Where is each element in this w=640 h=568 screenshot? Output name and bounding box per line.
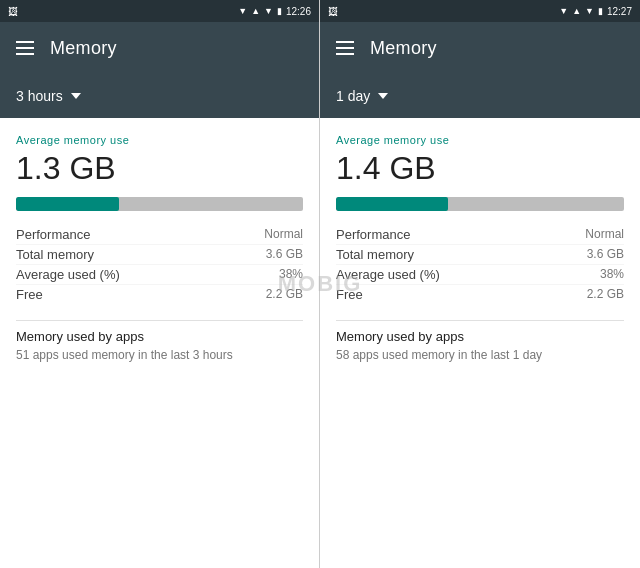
status-right-icons-right: ▼ ▲ ▼ ▮ 12:27: [559, 6, 632, 17]
avg-value-right: 1.4 GB: [336, 150, 624, 187]
filter-bar-right: 1 day: [320, 74, 640, 118]
time-filter-label-left: 3 hours: [16, 88, 63, 104]
hamburger-menu-left[interactable]: [16, 41, 34, 55]
time-filter-label-right: 1 day: [336, 88, 370, 104]
panels-wrapper: 🖼 ▼ ▲ ▼ ▮ 12:26 Memory 3 hours: [0, 0, 640, 568]
app-bar-right: Memory: [320, 22, 640, 74]
stat-row-free-right: Free 2.2 GB: [336, 285, 624, 304]
stat-value: 2.2 GB: [266, 287, 303, 302]
stat-value: Normal: [264, 227, 303, 242]
stat-value: Normal: [585, 227, 624, 242]
status-left-icons-right: 🖼: [328, 6, 338, 17]
stat-label: Performance: [336, 227, 410, 242]
battery-icon: ▮: [277, 6, 282, 16]
stat-value: 3.6 GB: [266, 247, 303, 262]
dropdown-arrow-right: [378, 93, 388, 99]
stat-row-free-left: Free 2.2 GB: [16, 285, 303, 304]
time-display-right: 12:27: [607, 6, 632, 17]
status-bar-left: 🖼 ▼ ▲ ▼ ▮ 12:26: [0, 0, 319, 22]
stat-row-total-left: Total memory 3.6 GB: [16, 245, 303, 265]
memory-bar-fill-left: [16, 197, 119, 211]
memory-bar-fill-right: [336, 197, 448, 211]
hamburger-menu-right[interactable]: [336, 41, 354, 55]
stat-label: Total memory: [16, 247, 94, 262]
stat-label: Average used (%): [336, 267, 440, 282]
divider-left: [16, 320, 303, 321]
dropdown-arrow-left: [71, 93, 81, 99]
page-title-left: Memory: [50, 38, 117, 59]
data-icon-right: ▼: [585, 6, 594, 16]
stat-value: 2.2 GB: [587, 287, 624, 302]
status-left-icons: 🖼: [8, 6, 18, 17]
filter-bar-left: 3 hours: [0, 74, 319, 118]
signal-icon-right: ▼: [559, 6, 568, 16]
status-right-icons: ▼ ▲ ▼ ▮ 12:26: [238, 6, 311, 17]
photo-icon-right: 🖼: [328, 6, 338, 17]
stat-row-total-right: Total memory 3.6 GB: [336, 245, 624, 265]
stat-value: 3.6 GB: [587, 247, 624, 262]
apps-subtitle-right: 58 apps used memory in the last 1 day: [336, 348, 624, 362]
hamburger-line: [16, 53, 34, 55]
content-right: Average memory use 1.4 GB Performance No…: [320, 118, 640, 568]
stat-label: Free: [16, 287, 43, 302]
stat-row-avg-right: Average used (%) 38%: [336, 265, 624, 285]
page-title-right: Memory: [370, 38, 437, 59]
stat-value: 38%: [279, 267, 303, 282]
photo-icon: 🖼: [8, 6, 18, 17]
stats-table-left: Performance Normal Total memory 3.6 GB A…: [16, 225, 303, 304]
divider-right: [336, 320, 624, 321]
panel-right: 🖼 ▼ ▲ ▼ ▮ 12:27 Memory 1 day: [320, 0, 640, 568]
avg-label-left: Average memory use: [16, 134, 303, 146]
apps-title-left: Memory used by apps: [16, 329, 303, 344]
hamburger-line: [16, 47, 34, 49]
stat-row-avg-left: Average used (%) 38%: [16, 265, 303, 285]
status-bar-right: 🖼 ▼ ▲ ▼ ▮ 12:27: [320, 0, 640, 22]
time-filter-right[interactable]: 1 day: [336, 88, 388, 104]
stat-value: 38%: [600, 267, 624, 282]
wifi-icon: ▲: [251, 6, 260, 16]
apps-subtitle-left: 51 apps used memory in the last 3 hours: [16, 348, 303, 362]
avg-value-left: 1.3 GB: [16, 150, 303, 187]
stat-label: Performance: [16, 227, 90, 242]
stats-table-right: Performance Normal Total memory 3.6 GB A…: [336, 225, 624, 304]
hamburger-line: [336, 41, 354, 43]
content-left: Average memory use 1.3 GB Performance No…: [0, 118, 319, 568]
stat-label: Total memory: [336, 247, 414, 262]
time-display-left: 12:26: [286, 6, 311, 17]
hamburger-line: [16, 41, 34, 43]
memory-bar-container-right: [336, 197, 624, 211]
wifi-icon-right: ▲: [572, 6, 581, 16]
data-icon: ▼: [264, 6, 273, 16]
memory-bar-container-left: [16, 197, 303, 211]
time-filter-left[interactable]: 3 hours: [16, 88, 81, 104]
avg-label-right: Average memory use: [336, 134, 624, 146]
app-bar-left: Memory: [0, 22, 319, 74]
stat-row-performance-left: Performance Normal: [16, 225, 303, 245]
hamburger-line: [336, 47, 354, 49]
battery-icon-right: ▮: [598, 6, 603, 16]
stat-row-performance-right: Performance Normal: [336, 225, 624, 245]
hamburger-line: [336, 53, 354, 55]
panel-left: 🖼 ▼ ▲ ▼ ▮ 12:26 Memory 3 hours: [0, 0, 320, 568]
apps-title-right: Memory used by apps: [336, 329, 624, 344]
stat-label: Average used (%): [16, 267, 120, 282]
stat-label: Free: [336, 287, 363, 302]
signal-icon: ▼: [238, 6, 247, 16]
